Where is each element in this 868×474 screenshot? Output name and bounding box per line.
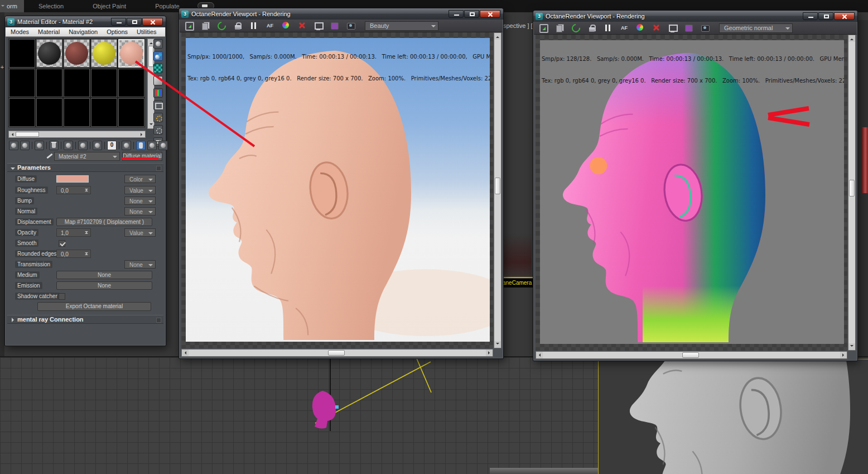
- displacement-map-button[interactable]: Map #7102709 ( Displacement ): [56, 218, 152, 226]
- sample-slot-empty[interactable]: [36, 68, 63, 98]
- ribbon-tab-object-paint[interactable]: Object Paint: [78, 0, 141, 12]
- scrollbar-thumb[interactable]: [328, 350, 345, 356]
- material-name-dropdown[interactable]: Material #2: [54, 152, 120, 161]
- sample-slot-empty[interactable]: [90, 98, 118, 127]
- sample-slot-empty[interactable]: [8, 98, 36, 127]
- get-material-icon[interactable]: [9, 141, 18, 150]
- show-map-in-viewport-icon[interactable]: [136, 141, 146, 150]
- beauty-render[interactable]: Smp/px: 1000/1000, Samp/s: 0.000M. Time:…: [186, 38, 490, 342]
- shaded-viewport-head[interactable]: [598, 359, 868, 474]
- mental-ray-rollout[interactable]: mental ray Connection: [7, 315, 163, 324]
- pause-render-icon[interactable]: [604, 23, 613, 32]
- render-passes-icon[interactable]: [636, 23, 645, 32]
- sample-type-sphere-icon[interactable]: [153, 39, 163, 49]
- sample-slot-empty[interactable]: [63, 98, 90, 127]
- horizontal-scrollbar[interactable]: [181, 349, 493, 357]
- export-octane-material-button[interactable]: Export Octane material: [37, 302, 151, 311]
- sample-slot-yellow[interactable]: [90, 39, 118, 68]
- reset-slot-icon[interactable]: [49, 141, 59, 150]
- camera-snapshot-icon[interactable]: [701, 23, 710, 32]
- maximize-button[interactable]: [464, 10, 479, 18]
- autofocus-icon[interactable]: AF: [266, 21, 274, 30]
- sample-slot-empty[interactable]: [36, 98, 63, 127]
- make-preview-icon[interactable]: [153, 100, 163, 110]
- menu-options[interactable]: Options: [107, 28, 128, 35]
- go-forward-icon[interactable]: [158, 141, 168, 150]
- geometric-normal-render[interactable]: Smp/px: 128/128. Samp/s: 0.000M. Time: 0…: [540, 40, 844, 344]
- minimize-button[interactable]: [803, 12, 818, 20]
- sample-slot-empty[interactable]: [90, 68, 118, 98]
- sample-slot-empty[interactable]: [63, 68, 90, 98]
- make-unique-icon[interactable]: [64, 141, 73, 150]
- scroll-down-icon[interactable]: [850, 345, 853, 348]
- scroll-down-icon[interactable]: [496, 343, 499, 346]
- medium-button[interactable]: None: [56, 271, 152, 279]
- assign-to-selection-icon[interactable]: [35, 141, 44, 150]
- scroll-left-icon[interactable]: [10, 133, 13, 136]
- vertical-scrollbar[interactable]: [848, 35, 856, 351]
- film-settings-icon[interactable]: [684, 23, 693, 32]
- scrollbar-thumb[interactable]: [495, 178, 500, 194]
- background-toggle-icon[interactable]: [153, 76, 163, 85]
- autofocus-icon[interactable]: AF: [620, 23, 629, 32]
- backlight-checker-icon[interactable]: [153, 64, 163, 73]
- select-by-material-icon[interactable]: [153, 125, 163, 135]
- put-to-scene-icon[interactable]: [20, 141, 30, 150]
- sample-slot-charcoal[interactable]: [36, 39, 63, 68]
- restart-render-icon[interactable]: [571, 23, 580, 32]
- menu-navigation[interactable]: Navigation: [69, 28, 98, 35]
- render-canvas-area[interactable]: Smp/px: 1000/1000, Samp/s: 0.000M. Time:…: [181, 32, 493, 348]
- fit-to-window-icon[interactable]: [668, 23, 677, 32]
- go-to-parent-icon[interactable]: [147, 141, 157, 150]
- normal-mode-dropdown[interactable]: None: [124, 207, 156, 216]
- close-button[interactable]: [834, 12, 855, 20]
- slot-horizontal-scrollbar[interactable]: [8, 131, 146, 138]
- sample-slot-pink-selected[interactable]: [118, 39, 145, 68]
- region-render-icon[interactable]: [652, 23, 661, 32]
- put-to-library-icon[interactable]: [78, 141, 88, 150]
- material-id-channel-icon[interactable]: 0: [107, 141, 117, 150]
- scrollbar-thumb[interactable]: [16, 132, 39, 137]
- sample-slot-empty[interactable]: [8, 68, 36, 98]
- opacity-mode-dropdown[interactable]: Value: [124, 228, 156, 237]
- close-button[interactable]: [480, 10, 500, 18]
- roughness-spinner[interactable]: 0,0: [56, 186, 91, 194]
- render-canvas-area[interactable]: Smp/px: 128/128. Samp/s: 0.000M. Time: 0…: [536, 35, 847, 351]
- material-editor-titlebar[interactable]: 3 Material Editor - Material #2: [5, 16, 166, 27]
- pause-render-icon[interactable]: [249, 21, 258, 30]
- sample-type-active-icon[interactable]: [153, 51, 163, 61]
- scrollbar-thumb[interactable]: [682, 352, 699, 358]
- render-pass-dropdown[interactable]: Geometric normal: [719, 23, 793, 33]
- octane-titlebar[interactable]: 3 OctaneRender Viewport - Rendering: [533, 11, 857, 22]
- copy-to-clipboard-icon[interactable]: [555, 23, 564, 32]
- render-pass-dropdown[interactable]: Beauty: [365, 21, 438, 31]
- options-gear-icon[interactable]: [153, 113, 163, 122]
- scroll-right-icon[interactable]: [141, 133, 144, 136]
- diffuse-mode-dropdown[interactable]: Color: [124, 175, 156, 183]
- roughness-mode-dropdown[interactable]: Value: [124, 186, 156, 194]
- show-background-icon[interactable]: [122, 141, 131, 150]
- export-render-icon[interactable]: [185, 21, 194, 30]
- menu-utilities[interactable]: Utilities: [137, 28, 156, 35]
- restart-render-icon[interactable]: [217, 21, 226, 30]
- transmission-mode-dropdown[interactable]: None: [124, 260, 156, 269]
- parameters-rollout[interactable]: Parameters: [7, 163, 163, 172]
- minimize-button[interactable]: [449, 10, 464, 18]
- scroll-up-icon[interactable]: [850, 37, 853, 40]
- sample-slot-empty[interactable]: [8, 39, 36, 68]
- smooth-checkbox[interactable]: [59, 240, 65, 247]
- minimize-button[interactable]: [111, 18, 126, 26]
- scroll-up-icon[interactable]: [496, 35, 499, 38]
- fit-to-window-icon[interactable]: [314, 21, 323, 30]
- camera-object-label[interactable]: aneCamera: [501, 279, 533, 288]
- vertical-scrollbar[interactable]: [494, 32, 501, 348]
- octane-titlebar[interactable]: 3 OctaneRender Viewport - Rendering: [179, 8, 503, 20]
- horizontal-scrollbar[interactable]: [536, 351, 847, 359]
- export-render-icon[interactable]: [539, 23, 548, 32]
- menu-material[interactable]: Material: [38, 28, 60, 35]
- film-settings-icon[interactable]: [330, 21, 339, 30]
- lock-resolution-icon[interactable]: [233, 21, 242, 30]
- rounded-edges-spinner[interactable]: 0,0: [56, 250, 91, 258]
- scroll-right-icon[interactable]: [842, 353, 846, 357]
- ribbon-tab-selection[interactable]: Selection: [24, 0, 78, 12]
